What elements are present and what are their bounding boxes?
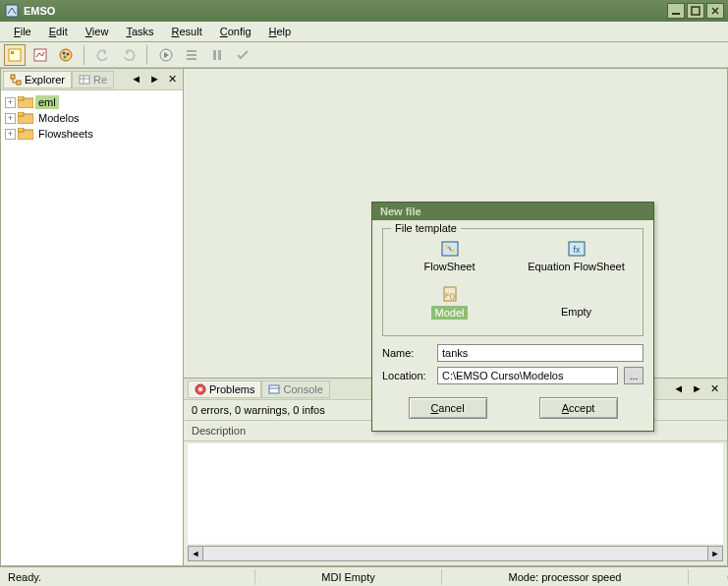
sidebar: Explorer Re ◄ ► ✕ + eml + Modelos xyxy=(1,69,184,565)
nav-close-icon[interactable]: ✕ xyxy=(168,73,177,86)
minimize-button[interactable] xyxy=(667,3,685,19)
nav-next-icon[interactable]: ► xyxy=(149,73,160,86)
svg-rect-11 xyxy=(187,50,196,52)
status-mdi: MDI Empty xyxy=(255,569,442,585)
tab-problems-label: Problems xyxy=(209,383,254,395)
menubar: File Edit View Tasks Result Config Help xyxy=(0,22,728,42)
svg-rect-14 xyxy=(213,50,216,60)
svg-rect-13 xyxy=(187,58,196,60)
tool-run-icon[interactable] xyxy=(155,44,177,66)
svg-point-8 xyxy=(67,52,70,55)
menu-tasks[interactable]: Tasks xyxy=(118,24,161,39)
svg-rect-3 xyxy=(9,49,21,61)
maximize-button[interactable] xyxy=(687,3,704,19)
template-label: FlowSheet xyxy=(391,261,508,272)
titlebar: EMSO xyxy=(0,0,728,22)
expander-icon[interactable]: + xyxy=(5,129,16,140)
problems-body xyxy=(188,443,723,544)
svg-rect-22 xyxy=(18,96,24,100)
expander-icon[interactable]: + xyxy=(5,97,16,108)
menu-view[interactable]: View xyxy=(78,24,117,39)
problems-icon xyxy=(195,383,206,395)
tool-palette-icon[interactable] xyxy=(55,44,77,66)
tree-item-modelos[interactable]: + Modelos xyxy=(3,110,181,126)
scroll-left-icon[interactable]: ◄ xyxy=(188,546,203,561)
svg-point-7 xyxy=(63,51,66,54)
svg-point-6 xyxy=(60,49,72,61)
expander-icon[interactable]: + xyxy=(5,113,16,124)
svg-rect-2 xyxy=(692,7,700,15)
cancel-button[interactable]: Cancel xyxy=(409,397,487,419)
new-file-dialog: New file File template FlowSheet fx Equa… xyxy=(371,202,654,432)
tab-problems[interactable]: Problems xyxy=(188,381,261,398)
svg-rect-12 xyxy=(187,54,196,56)
equation-flowsheet-icon: fx xyxy=(518,239,635,259)
tool-pause-icon[interactable] xyxy=(206,44,228,66)
menu-help[interactable]: Help xyxy=(261,24,300,39)
svg-rect-4 xyxy=(11,51,14,54)
menu-result[interactable]: Result xyxy=(164,24,210,39)
svg-rect-32 xyxy=(445,245,449,249)
tool-undo-icon[interactable] xyxy=(92,44,114,66)
nav-close-icon[interactable]: ✕ xyxy=(710,382,719,395)
tab-explorer-label: Explorer xyxy=(25,74,65,86)
tool-chart-icon[interactable] xyxy=(29,44,51,66)
tab-explorer[interactable]: Explorer xyxy=(3,71,72,88)
tab-console-label: Console xyxy=(283,383,322,395)
svg-rect-0 xyxy=(6,5,18,17)
svg-rect-33 xyxy=(451,249,455,253)
tool-check-icon[interactable] xyxy=(232,44,253,66)
menu-config[interactable]: Config xyxy=(212,24,259,39)
name-label: Name: xyxy=(382,347,431,359)
tree-item-flowsheets[interactable]: + Flowsheets xyxy=(3,126,181,142)
tab-console[interactable]: Console xyxy=(261,381,329,398)
name-input[interactable] xyxy=(437,344,644,362)
nav-next-icon[interactable]: ► xyxy=(692,382,702,395)
menu-edit[interactable]: Edit xyxy=(41,24,76,39)
svg-rect-26 xyxy=(18,128,24,132)
accept-button[interactable]: Accept xyxy=(539,397,618,419)
toolbar xyxy=(0,42,728,68)
template-label: Equation FlowSheet xyxy=(518,261,635,272)
statusbar: Ready. MDI Empty Mode: processor speed xyxy=(0,566,728,586)
toolbar-separator xyxy=(84,45,85,65)
svg-rect-16 xyxy=(11,75,15,79)
status-grip xyxy=(689,575,728,579)
file-template-group: File template FlowSheet fx Equation Flow… xyxy=(382,228,644,336)
app-title: EMSO xyxy=(24,5,667,17)
nav-prev-icon[interactable]: ◄ xyxy=(673,382,684,395)
template-equation-flowsheet[interactable]: fx Equation FlowSheet xyxy=(516,235,637,276)
template-flowsheet[interactable]: FlowSheet xyxy=(389,235,510,276)
svg-rect-5 xyxy=(34,49,46,61)
tab-results[interactable]: Re xyxy=(72,71,114,88)
file-template-legend: File template xyxy=(391,222,461,234)
scroll-right-icon[interactable]: ► xyxy=(707,546,723,561)
tool-redo-icon[interactable] xyxy=(118,44,140,66)
svg-rect-1 xyxy=(672,13,680,15)
close-button[interactable] xyxy=(706,3,724,19)
tool-list-icon[interactable] xyxy=(181,44,202,66)
template-empty[interactable]: Empty xyxy=(516,280,637,323)
tree-label: eml xyxy=(35,95,59,109)
console-icon xyxy=(268,383,280,395)
scroll-track[interactable] xyxy=(203,546,707,561)
template-model[interactable]: F() Model xyxy=(389,280,510,323)
horizontal-scrollbar[interactable]: ◄ ► xyxy=(188,546,723,561)
sidebar-tabs: Explorer Re ◄ ► ✕ xyxy=(1,69,183,90)
flowsheet-icon xyxy=(391,239,508,259)
location-input[interactable] xyxy=(437,367,618,384)
location-label: Location: xyxy=(382,370,431,381)
folder-icon xyxy=(18,95,33,109)
name-row: Name: xyxy=(382,344,644,362)
tool-explorer-icon[interactable] xyxy=(4,44,26,66)
svg-point-28 xyxy=(198,387,202,391)
browse-button[interactable]: ... xyxy=(624,367,644,384)
dialog-title: New file xyxy=(372,203,653,220)
location-row: Location: ... xyxy=(382,367,644,384)
status-ready: Ready. xyxy=(0,569,255,585)
tree-item-eml[interactable]: + eml xyxy=(3,94,181,110)
nav-prev-icon[interactable]: ◄ xyxy=(131,73,141,86)
tree-icon xyxy=(10,74,22,86)
menu-file[interactable]: File xyxy=(6,24,39,39)
template-label: Model xyxy=(431,306,469,320)
